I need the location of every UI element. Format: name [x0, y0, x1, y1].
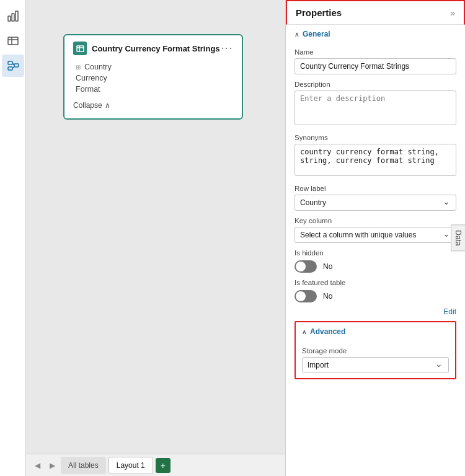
row-label-select[interactable]: Country Currency Format — [294, 195, 456, 211]
edit-link[interactable]: Edit — [294, 302, 456, 319]
canvas-area: Country Currency Format Strings ··· ⊞ Co… — [26, 0, 285, 476]
svg-rect-2 — [16, 11, 18, 21]
section-advanced[interactable]: ∧ Advanced — [302, 327, 449, 341]
is-hidden-toggle-label: No — [323, 262, 332, 271]
section-general-label: General — [303, 30, 330, 38]
key-column-label: Key column — [294, 217, 456, 224]
field-label-format: Format — [76, 85, 100, 94]
advanced-chevron-up-icon: ∧ — [302, 328, 306, 335]
bottom-nav: ◀ ▶ All tables Layout 1 + — [26, 454, 285, 476]
collapse-label: Collapse — [73, 101, 102, 110]
storage-mode-label: Storage mode — [302, 347, 449, 355]
field-icon-country: ⊞ — [76, 64, 81, 71]
key-column-select[interactable]: Select a column with unique values Count… — [294, 227, 456, 243]
sidebar — [0, 0, 26, 476]
field-currency: Currency — [73, 73, 233, 84]
collapse-chevron-icon: ∧ — [105, 101, 110, 110]
section-advanced-label: Advanced — [310, 327, 345, 336]
sidebar-icon-diagram[interactable] — [2, 55, 24, 77]
storage-mode-wrapper: Import DirectQuery Dual — [302, 357, 449, 373]
section-general[interactable]: ∧ General — [294, 25, 456, 42]
is-featured-label: Is featured table — [294, 279, 456, 286]
svg-rect-8 — [14, 64, 19, 67]
table-card-icon — [73, 42, 87, 55]
name-input[interactable] — [294, 58, 456, 74]
is-hidden-label: Is hidden — [294, 249, 456, 257]
field-label-country: Country — [84, 63, 112, 71]
collapse-button[interactable]: Collapse ∧ — [73, 101, 233, 110]
advanced-section: ∧ Advanced Storage mode Import DirectQue… — [294, 321, 456, 379]
table-card-menu[interactable]: ··· — [221, 43, 233, 54]
name-label: Name — [294, 48, 456, 56]
nav-arrow-right[interactable]: ▶ — [46, 458, 58, 473]
synonyms-label: Synonyms — [294, 134, 456, 141]
properties-collapse-button[interactable]: » — [450, 8, 455, 18]
is-hidden-toggle[interactable] — [294, 260, 317, 273]
svg-rect-1 — [12, 14, 14, 21]
row-label-wrapper: Country Currency Format — [294, 195, 456, 211]
synonyms-textarea[interactable] — [294, 144, 456, 176]
chevron-up-icon: ∧ — [294, 31, 299, 38]
sidebar-icon-chart[interactable] — [2, 5, 24, 27]
properties-header: Properties » — [286, 0, 465, 25]
row-label-label: Row label — [294, 185, 456, 192]
tab-add-button[interactable]: + — [156, 458, 170, 473]
field-format: Format — [73, 84, 233, 95]
is-hidden-row: No — [294, 260, 456, 273]
svg-rect-7 — [8, 67, 12, 70]
sidebar-icon-table[interactable] — [2, 30, 24, 52]
storage-mode-select[interactable]: Import DirectQuery Dual — [302, 357, 449, 373]
svg-rect-6 — [8, 61, 12, 64]
svg-rect-3 — [8, 37, 18, 45]
is-featured-toggle-label: No — [323, 292, 332, 301]
nav-arrow-left[interactable]: ◀ — [31, 458, 43, 473]
tab-layout1[interactable]: Layout 1 — [108, 457, 153, 474]
data-side-tab[interactable]: Data — [451, 224, 465, 251]
field-label-currency: Currency — [76, 74, 107, 82]
table-card-name: Country Currency Format Strings — [92, 44, 220, 53]
description-label: Description — [294, 81, 456, 88]
properties-title: Properties — [296, 7, 342, 18]
properties-panel: Properties » ∧ General Name Description … — [285, 0, 465, 476]
table-card-title: Country Currency Format Strings — [73, 42, 220, 55]
key-column-wrapper: Select a column with unique values Count… — [294, 227, 456, 243]
field-country: ⊞ Country — [73, 61, 233, 73]
svg-rect-0 — [8, 16, 11, 21]
tab-all-tables[interactable]: All tables — [61, 457, 106, 474]
is-featured-row: No — [294, 290, 456, 302]
table-card: Country Currency Format Strings ··· ⊞ Co… — [63, 34, 243, 120]
description-textarea[interactable] — [294, 90, 456, 125]
svg-rect-11 — [77, 46, 84, 51]
is-featured-toggle[interactable] — [294, 290, 317, 302]
table-card-header: Country Currency Format Strings ··· — [73, 42, 233, 55]
properties-body: ∧ General Name Description Synonyms Row … — [286, 25, 465, 476]
